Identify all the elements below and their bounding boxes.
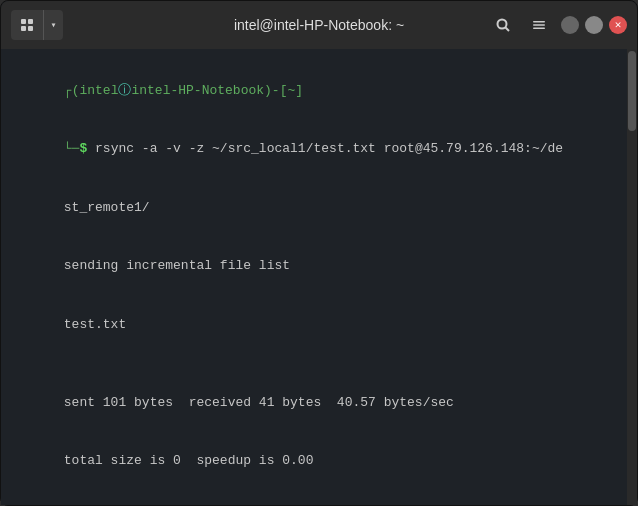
terminal-line-4: sending incremental file list bbox=[17, 237, 621, 296]
terminal-body[interactable]: ┌(intelⓘintel-HP-Notebook)-[~] └─$ rsync… bbox=[1, 49, 637, 505]
titlebar: ▾ intel@intel-HP-Notebook: ~ bbox=[1, 1, 637, 49]
svg-rect-0 bbox=[21, 19, 26, 24]
prompt-host: intel-HP-Notebook bbox=[131, 83, 264, 98]
prompt-text: (intel bbox=[72, 83, 119, 98]
new-tab-button[interactable] bbox=[11, 10, 43, 40]
output-total: total size is 0 speedup is 0.00 bbox=[64, 453, 314, 468]
svg-rect-2 bbox=[21, 26, 26, 31]
prompt-icon: ⓘ bbox=[118, 83, 131, 98]
prompt-bracket: )-[ bbox=[264, 83, 287, 98]
svg-rect-1 bbox=[28, 19, 33, 24]
window-controls: ✕ bbox=[561, 16, 627, 34]
svg-rect-7 bbox=[533, 24, 545, 26]
titlebar-right: ✕ bbox=[489, 11, 627, 39]
terminal-line-8: total size is 0 speedup is 0.00 bbox=[17, 432, 621, 491]
output-sending: sending incremental file list bbox=[64, 258, 290, 273]
maximize-button[interactable] bbox=[585, 16, 603, 34]
svg-line-5 bbox=[506, 28, 510, 32]
terminal-line-5: test.txt bbox=[17, 295, 621, 354]
terminal-window: ▾ intel@intel-HP-Notebook: ~ bbox=[0, 0, 638, 506]
command-cont: st_remote1/ bbox=[64, 200, 150, 215]
minimize-button[interactable] bbox=[561, 16, 579, 34]
scrollbar-thumb[interactable] bbox=[628, 51, 636, 131]
prompt-bracket-close: ] bbox=[295, 83, 303, 98]
prompt-corner: └─ bbox=[64, 141, 80, 156]
svg-point-4 bbox=[498, 20, 507, 29]
output-sent: sent 101 bytes received 41 bytes 40.57 b… bbox=[64, 395, 454, 410]
command-text: rsync -a -v -z ~/src_local1/test.txt roo… bbox=[87, 141, 563, 156]
close-button[interactable]: ✕ bbox=[609, 16, 627, 34]
scrollbar[interactable] bbox=[627, 49, 637, 505]
svg-rect-6 bbox=[533, 21, 545, 23]
terminal-line-1: ┌(intelⓘintel-HP-Notebook)-[~] bbox=[17, 61, 621, 120]
prompt-bracket-open: ┌ bbox=[64, 83, 72, 98]
terminal-line-6 bbox=[17, 354, 621, 374]
window-title: intel@intel-HP-Notebook: ~ bbox=[234, 17, 404, 33]
close-icon: ✕ bbox=[615, 20, 622, 31]
new-tab-split-button[interactable]: ▾ bbox=[11, 10, 63, 40]
output-filename: test.txt bbox=[64, 317, 126, 332]
svg-rect-3 bbox=[28, 26, 33, 31]
svg-rect-8 bbox=[533, 28, 545, 30]
terminal-line-7: sent 101 bytes received 41 bytes 40.57 b… bbox=[17, 373, 621, 432]
titlebar-left: ▾ bbox=[11, 10, 63, 40]
terminal-line-9 bbox=[17, 490, 621, 505]
terminal-line-3: st_remote1/ bbox=[17, 178, 621, 237]
split-dropdown-button[interactable]: ▾ bbox=[43, 10, 63, 40]
terminal-line-2: └─$ rsync -a -v -z ~/src_local1/test.txt… bbox=[17, 120, 621, 179]
search-button[interactable] bbox=[489, 11, 517, 39]
menu-button[interactable] bbox=[525, 11, 553, 39]
